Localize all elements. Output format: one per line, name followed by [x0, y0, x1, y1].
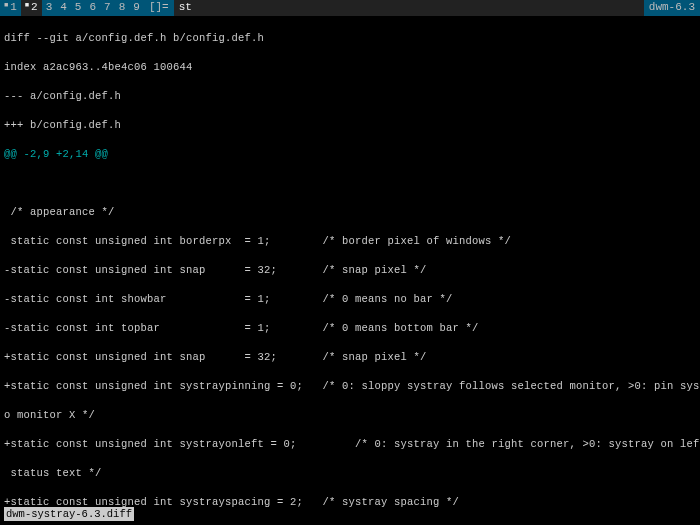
diff-line: static const unsigned int borderpx = 1; …: [4, 234, 696, 249]
diff-line: diff --git a/config.def.h b/config.def.h: [4, 31, 696, 46]
pager-filename: dwm-systray-6.3.diff: [4, 507, 134, 521]
tag-2[interactable]: ■2: [21, 0, 42, 16]
tag-7[interactable]: 7: [100, 0, 115, 16]
diff-hunk: @@ -2,9 +2,14 @@: [4, 147, 696, 162]
layout-symbol[interactable]: []=: [144, 0, 174, 15]
diff-del-line: -static const unsigned int snap = 32; /*…: [4, 263, 696, 278]
diff-add-line: status text */: [4, 466, 696, 481]
terminal-output: diff --git a/config.def.h b/config.def.h…: [0, 16, 700, 525]
tag-1[interactable]: ■1: [0, 0, 21, 16]
statusbar: ■1 ■2 3 4 5 6 7 8 9 []= st dwm-6.3: [0, 0, 700, 16]
diff-add-line: o monitor X */: [4, 408, 696, 423]
tag-3[interactable]: 3: [42, 0, 57, 16]
diff-line: /* appearance */: [4, 205, 696, 220]
tag-6[interactable]: 6: [85, 0, 100, 16]
diff-line: [4, 176, 696, 191]
diff-add-line: +static const unsigned int systrayonleft…: [4, 437, 696, 452]
tag-5[interactable]: 5: [71, 0, 86, 16]
diff-line: --- a/config.def.h: [4, 89, 696, 104]
window-title[interactable]: st: [174, 0, 644, 16]
diff-add-line: +static const unsigned int systraypinnin…: [4, 379, 696, 394]
diff-line: +++ b/config.def.h: [4, 118, 696, 133]
tag-9[interactable]: 9: [129, 0, 144, 16]
tag-4[interactable]: 4: [56, 0, 71, 16]
wm-name: dwm-6.3: [644, 0, 700, 15]
tag-8[interactable]: 8: [115, 0, 130, 16]
diff-line: index a2ac963..4be4c06 100644: [4, 60, 696, 75]
diff-add-line: +static const unsigned int snap = 32; /*…: [4, 350, 696, 365]
diff-del-line: -static const int showbar = 1; /* 0 mean…: [4, 292, 696, 307]
diff-del-line: -static const int topbar = 1; /* 0 means…: [4, 321, 696, 336]
